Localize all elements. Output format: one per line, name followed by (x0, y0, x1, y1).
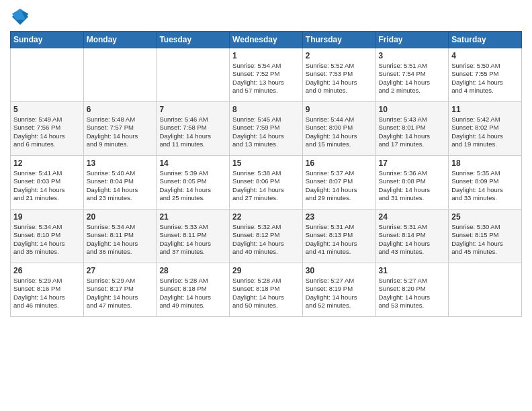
calendar-day-cell (449, 263, 522, 317)
day-number: 6 (87, 105, 154, 114)
calendar-day-cell: 30Sunrise: 5:27 AMSunset: 8:19 PMDayligh… (302, 263, 375, 317)
day-number: 25 (451, 212, 519, 222)
day-number: 14 (159, 158, 226, 168)
weekday-header: Tuesday (157, 32, 230, 48)
calendar-day-cell: 9Sunrise: 5:44 AMSunset: 8:00 PMDaylight… (302, 102, 375, 156)
day-info-line: Sunrise: 5:27 AM (379, 277, 446, 285)
day-info-line: Sunset: 7:52 PM (232, 70, 300, 78)
day-info-line: Sunrise: 5:36 AM (379, 169, 446, 177)
day-info-line: Sunset: 8:12 PM (232, 231, 300, 239)
day-info-line: Sunrise: 5:37 AM (306, 169, 373, 177)
day-number: 17 (379, 158, 446, 168)
day-info-line: and 13 minutes. (232, 140, 300, 148)
calendar-day-cell: 25Sunrise: 5:30 AMSunset: 8:15 PMDayligh… (449, 210, 522, 263)
day-info-line: Daylight: 14 hours (306, 79, 373, 87)
day-info-line: Sunset: 8:09 PM (451, 177, 519, 185)
day-info-line: Daylight: 14 hours (232, 293, 300, 302)
day-number: 7 (159, 105, 226, 114)
day-info-line: Daylight: 14 hours (159, 132, 226, 140)
day-info-line: Sunrise: 5:35 AM (451, 169, 519, 177)
day-info-line: Daylight: 14 hours (13, 240, 81, 248)
day-info-line: and 9 minutes. (87, 140, 154, 148)
day-number: 9 (306, 105, 373, 114)
day-info-line: Sunrise: 5:29 AM (13, 277, 81, 285)
day-info-line: and 43 minutes. (379, 248, 446, 256)
day-number: 29 (232, 266, 300, 275)
calendar-day-cell: 23Sunrise: 5:31 AMSunset: 8:13 PMDayligh… (302, 210, 375, 263)
day-info-line: Sunset: 8:08 PM (379, 177, 446, 185)
calendar-day-cell: 3Sunrise: 5:51 AMSunset: 7:54 PMDaylight… (375, 48, 449, 102)
day-info-line: Daylight: 14 hours (87, 240, 154, 248)
day-info-line: and 23 minutes. (87, 194, 154, 202)
day-info-line: Sunset: 7:55 PM (451, 70, 519, 78)
day-info-line: Sunset: 8:06 PM (232, 177, 300, 185)
day-number: 23 (306, 212, 373, 222)
day-number: 31 (379, 266, 446, 275)
day-info-line: Sunset: 8:14 PM (379, 231, 446, 239)
day-info-line: Daylight: 14 hours (87, 186, 154, 194)
day-info-line: Sunrise: 5:44 AM (306, 116, 373, 124)
day-number: 4 (451, 51, 519, 60)
day-number: 21 (159, 212, 226, 222)
weekday-row: SundayMondayTuesdayWednesdayThursdayFrid… (11, 32, 522, 48)
day-info-line: and 11 minutes. (159, 140, 226, 148)
day-info-line: Sunrise: 5:49 AM (13, 116, 81, 124)
day-info-line: and 47 minutes. (87, 302, 154, 310)
day-info-line: and 57 minutes. (232, 87, 300, 95)
day-info-line: Sunset: 8:16 PM (13, 285, 81, 293)
day-info-line: and 21 minutes. (13, 194, 81, 202)
day-info-line: Sunset: 8:00 PM (306, 124, 373, 132)
day-info-line: Daylight: 14 hours (306, 240, 373, 248)
day-info-line: Sunset: 7:53 PM (306, 70, 373, 78)
day-info-line: Daylight: 13 hours (232, 79, 300, 87)
calendar-day-cell: 31Sunrise: 5:27 AMSunset: 8:20 PMDayligh… (375, 263, 449, 317)
day-number: 20 (87, 212, 154, 222)
day-number: 26 (13, 266, 81, 275)
day-info-line: Sunset: 8:19 PM (306, 285, 373, 293)
calendar-day-cell: 13Sunrise: 5:40 AMSunset: 8:04 PMDayligh… (83, 156, 157, 210)
day-info-line: Sunrise: 5:43 AM (379, 116, 446, 124)
calendar-day-cell: 16Sunrise: 5:37 AMSunset: 8:07 PMDayligh… (302, 156, 375, 210)
calendar-week-row: 12Sunrise: 5:41 AMSunset: 8:03 PMDayligh… (11, 156, 522, 210)
day-info-line: and 15 minutes. (306, 140, 373, 148)
day-info-line: Daylight: 14 hours (451, 132, 519, 140)
calendar-week-row: 1Sunrise: 5:54 AMSunset: 7:52 PMDaylight… (11, 48, 522, 102)
calendar-day-cell: 24Sunrise: 5:31 AMSunset: 8:14 PMDayligh… (375, 210, 449, 263)
day-info-line: Sunset: 8:13 PM (306, 231, 373, 239)
day-info-line: Daylight: 14 hours (306, 293, 373, 302)
day-info-line: Daylight: 14 hours (159, 293, 226, 302)
day-info-line: Sunrise: 5:27 AM (306, 277, 373, 285)
day-number: 10 (379, 105, 446, 114)
day-info-line: and 41 minutes. (306, 248, 373, 256)
calendar-day-cell: 21Sunrise: 5:33 AMSunset: 8:11 PMDayligh… (157, 210, 230, 263)
calendar-day-cell: 26Sunrise: 5:29 AMSunset: 8:16 PMDayligh… (11, 263, 84, 317)
day-number: 27 (87, 266, 154, 275)
day-info-line: and 17 minutes. (379, 140, 446, 148)
day-info-line: Sunset: 8:17 PM (87, 285, 154, 293)
day-info-line: Sunset: 8:18 PM (232, 285, 300, 293)
day-info-line: Daylight: 14 hours (451, 240, 519, 248)
calendar-body: 1Sunrise: 5:54 AMSunset: 7:52 PMDaylight… (11, 48, 522, 317)
day-info-line: Sunrise: 5:28 AM (159, 277, 226, 285)
calendar-day-cell: 17Sunrise: 5:36 AMSunset: 8:08 PMDayligh… (375, 156, 449, 210)
day-info-line: Daylight: 14 hours (232, 186, 300, 194)
day-info-line: Sunset: 7:58 PM (159, 124, 226, 132)
calendar-day-cell (11, 48, 84, 102)
day-number: 24 (379, 212, 446, 222)
calendar-week-row: 19Sunrise: 5:34 AMSunset: 8:10 PMDayligh… (11, 210, 522, 263)
day-info-line: and 2 minutes. (379, 87, 446, 95)
calendar-day-cell: 11Sunrise: 5:42 AMSunset: 8:02 PMDayligh… (449, 102, 522, 156)
day-number: 12 (13, 158, 81, 168)
day-info-line: Sunrise: 5:34 AM (13, 223, 81, 231)
weekday-header: Sunday (11, 32, 84, 48)
day-number: 16 (306, 158, 373, 168)
calendar-day-cell: 22Sunrise: 5:32 AMSunset: 8:12 PMDayligh… (230, 210, 303, 263)
day-info-line: Sunset: 8:20 PM (379, 285, 446, 293)
day-info-line: and 19 minutes. (451, 140, 519, 148)
day-info-line: and 31 minutes. (379, 194, 446, 202)
day-number: 19 (13, 212, 81, 222)
day-number: 15 (232, 158, 300, 168)
day-info-line: Sunrise: 5:28 AM (232, 277, 300, 285)
day-info-line: and 25 minutes. (159, 194, 226, 202)
day-info-line: Daylight: 14 hours (87, 293, 154, 302)
